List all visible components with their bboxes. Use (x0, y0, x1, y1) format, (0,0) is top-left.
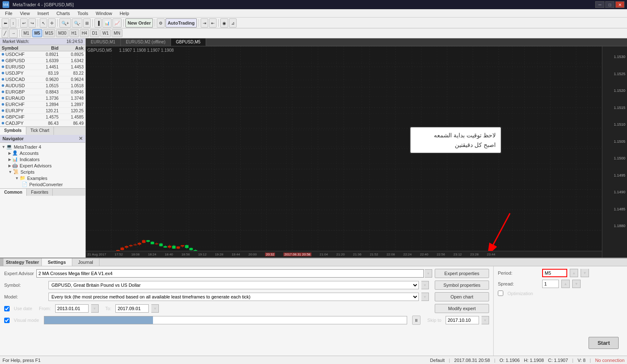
use-date-checkbox[interactable] (4, 306, 10, 311)
symbol-properties-btn[interactable]: Symbol properties (435, 281, 489, 290)
nav-item-examples[interactable]: ▼ 📁 Examples (0, 175, 85, 181)
show-period-btn[interactable]: ◉ (220, 18, 228, 28)
list-item[interactable]: EURCHF 1.2894 1.2897 (0, 101, 85, 108)
period-input[interactable] (542, 269, 567, 277)
nav-item-expert-advisors[interactable]: ▶ 🤖 Expert Advisors (0, 162, 85, 169)
line-btn[interactable]: 📈 (112, 18, 122, 28)
ea-input[interactable] (36, 269, 424, 278)
bar-chart-btn[interactable]: ▐ (94, 18, 102, 28)
symbol-select[interactable]: GBPUSD, Great Britain Pound vs US Dollar (48, 281, 419, 289)
timeframe-H1[interactable]: H1 (69, 29, 79, 37)
menu-view[interactable]: View (17, 10, 33, 16)
ask-price: 86.49 (59, 121, 84, 126)
timeframe-H4[interactable]: H4 (80, 29, 89, 37)
expert-properties-btn[interactable]: Expert properties (435, 269, 489, 278)
list-item[interactable]: USDCAD 0.9620 0.9624 (0, 76, 85, 83)
minimize-btn[interactable]: ─ (595, 1, 604, 8)
grid-btn[interactable]: ⊞ (83, 18, 91, 28)
navigator-close-btn[interactable]: ✕ (79, 136, 83, 142)
list-item[interactable]: GBPUSD 1.6339 1.6342 (0, 58, 85, 64)
from-date-input[interactable] (55, 304, 89, 313)
menu-charts[interactable]: Charts (53, 10, 73, 16)
list-item[interactable]: AUDUSD 1.0515 1.0518 (0, 83, 85, 89)
period-increment-btn[interactable]: ▲ (570, 269, 578, 277)
timeframe-M1[interactable]: M1 (21, 29, 31, 37)
spread-decrement-btn[interactable]: ▼ (572, 280, 581, 288)
list-item[interactable]: EURJPY 120.21 120.25 (0, 108, 85, 114)
candle-btn[interactable]: 📊 (102, 18, 112, 28)
chart-tab-gbpusd-m5[interactable]: GBPUSD,M5 (171, 38, 206, 46)
nav-tab-favorites[interactable]: Favorites (27, 189, 53, 196)
nav-btn[interactable]: ↕ (10, 18, 16, 28)
visual-mode-checkbox[interactable] (4, 318, 10, 323)
timeframe-M5[interactable]: M5 (32, 29, 42, 37)
symbol-dropdown-btn[interactable]: ▼ (421, 281, 429, 289)
close-btn[interactable]: ✕ (615, 1, 624, 8)
period-decrement-btn[interactable]: ▼ (581, 269, 589, 277)
start-btn[interactable]: Start (589, 337, 619, 349)
crosshair-btn[interactable]: ✛ (48, 18, 56, 28)
model-select[interactable]: Every tick (the most precise method base… (48, 293, 419, 301)
nav-item-indicators[interactable]: ▶ 📊 Indicators (0, 156, 85, 162)
draw-arrow-btn[interactable]: → (9, 29, 18, 38)
tab-tick-chart[interactable]: Tick Chart (26, 127, 54, 135)
cursor-btn[interactable]: ↖ (40, 18, 47, 28)
nav-item-scripts[interactable]: ▼ 📜 Scripts (0, 169, 85, 175)
menu-help[interactable]: Help (116, 10, 133, 16)
timeframe-M15[interactable]: M15 (43, 29, 55, 37)
menu-file[interactable]: File (2, 10, 16, 16)
spread-increment-btn[interactable]: ▲ (561, 280, 570, 288)
resize-handle[interactable]: ⋮ (0, 258, 3, 266)
menu-tools[interactable]: Tools (74, 10, 92, 16)
nav-item-period-converter[interactable]: 📄 PeriodConverter (0, 181, 85, 187)
redo-btn[interactable]: ↪ (28, 18, 36, 28)
nav-item-root[interactable]: ▼ 💻 MetaTrader 4 (0, 144, 85, 150)
chart-tab-eurusd-m1[interactable]: EURUSD,M1 (86, 38, 121, 46)
tab-settings[interactable]: Settings (42, 258, 72, 266)
nav-tab-common[interactable]: Common (0, 189, 27, 196)
from-date-dropdown[interactable]: ▼ (91, 304, 99, 313)
new-order-btn[interactable]: New Order (125, 18, 153, 28)
settings-btn[interactable]: ⚙ (157, 18, 165, 28)
period-sep-btn[interactable]: ⊿ (229, 18, 237, 28)
chart-tab-eurusd-m2[interactable]: EURUSD,M2 (offline) (121, 38, 171, 46)
list-item[interactable]: EURAUD 1.3736 1.3748 (0, 95, 85, 101)
open-chart-btn[interactable]: Open chart (435, 292, 489, 301)
maximize-btn[interactable]: □ (605, 1, 614, 8)
optimization-checkbox[interactable] (498, 291, 503, 296)
list-item[interactable]: CADJPY 86.43 86.49 (0, 120, 85, 126)
skip-to-dropdown[interactable]: ▼ (482, 316, 489, 324)
list-item[interactable]: EURUSD 1.4451 1.4453 (0, 64, 85, 70)
timeframe-M30[interactable]: M30 (56, 29, 68, 37)
list-item[interactable]: GBPCHF 1.4575 1.4585 (0, 114, 85, 120)
visual-speed-slider[interactable] (44, 316, 407, 324)
ea-dropdown-btn[interactable]: ▼ (425, 269, 432, 278)
tab-journal[interactable]: Journal (72, 258, 99, 266)
to-date-input[interactable] (115, 304, 149, 313)
tab-symbols[interactable]: Symbols (0, 127, 26, 135)
new-bar-btn[interactable]: ⬅ (2, 18, 9, 28)
list-item[interactable]: EURGBP 0.8843 0.8846 (0, 89, 85, 95)
modify-expert-btn[interactable]: Modify expert (435, 304, 489, 313)
menu-insert[interactable]: Insert (34, 10, 52, 16)
zoom-in-btn[interactable]: 🔍+ (59, 18, 71, 28)
list-item[interactable]: USDCHF 0.8921 0.8925 (0, 51, 85, 58)
timeframe-W1[interactable]: W1 (100, 29, 111, 37)
spread-input[interactable] (542, 280, 559, 288)
chart-canvas[interactable]: GBPUSD,M5 1.1907 1.1908 1.1907 1.1908 (86, 46, 627, 258)
timeframe-MN[interactable]: MN (112, 29, 122, 37)
menu-window[interactable]: Window (92, 10, 115, 16)
skip-to-input[interactable] (446, 316, 479, 324)
chart-shift-btn[interactable]: ⇥ (201, 18, 208, 28)
visual-pause-btn[interactable]: ⏸ (412, 316, 421, 325)
undo-btn[interactable]: ↩ (20, 18, 28, 28)
draw-line-btn[interactable]: ╱ (2, 29, 8, 38)
auto-trading-btn[interactable]: AutoTrading (166, 18, 197, 28)
list-item[interactable]: USDJPY 83.19 83.22 (0, 70, 85, 76)
model-dropdown-btn[interactable]: ▼ (421, 293, 429, 301)
to-date-dropdown[interactable]: ▼ (151, 304, 159, 313)
timeframe-D1[interactable]: D1 (90, 29, 99, 37)
auto-scroll-btn[interactable]: ⇤ (209, 18, 217, 28)
nav-item-accounts[interactable]: ▶ 👤 Accounts (0, 150, 85, 156)
zoom-out-btn[interactable]: 🔍- (72, 18, 82, 28)
